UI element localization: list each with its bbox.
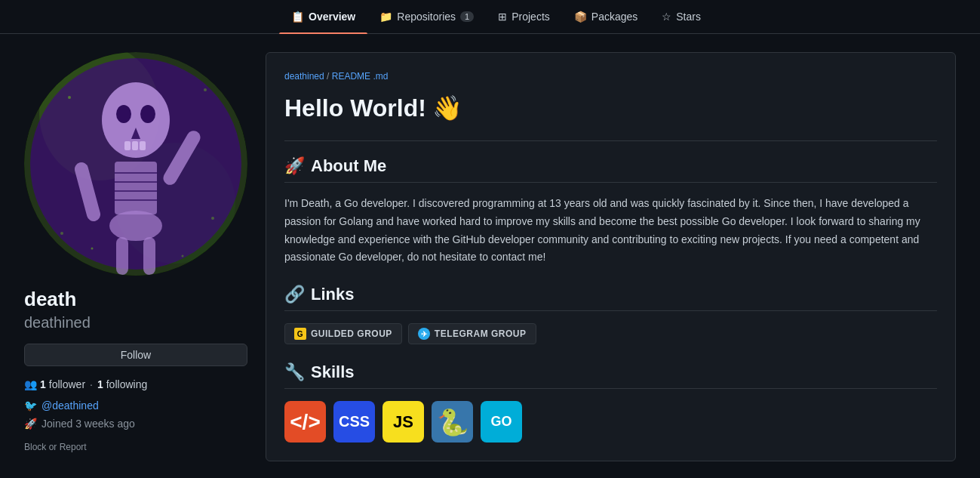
rocket-emoji: 🚀 <box>284 156 305 176</box>
links-section: 🔗 Links G GUILDED GROUP ✈ TELEGRAM GROUP <box>284 285 937 344</box>
wrench-emoji: 🔧 <box>284 362 305 382</box>
about-body: I'm Death, a Go developer. I discovered … <box>284 195 937 267</box>
links-section-title: 🔗 Links <box>284 285 937 311</box>
tab-repositories-label: Repositories <box>397 11 456 23</box>
tab-repositories[interactable]: 📁 Repositories 1 <box>367 0 486 33</box>
skills-label: Skills <box>311 362 354 382</box>
skills-icons: </> CSS JS 🐍 GO <box>284 401 937 443</box>
js-label: JS <box>393 412 413 432</box>
stars-icon: ☆ <box>662 11 671 23</box>
about-section-title: 🚀 About Me <box>284 156 937 183</box>
about-label: About Me <box>311 156 386 176</box>
packages-icon: 📦 <box>574 11 587 23</box>
avatar-image <box>24 52 247 276</box>
joined-row: 🚀 Joined 3 weeks ago <box>24 418 247 430</box>
link-badges: G GUILDED GROUP ✈ TELEGRAM GROUP <box>284 323 937 344</box>
readme-title: Hello World! 👋 <box>284 94 937 122</box>
links-label: Links <box>311 285 354 304</box>
wave-emoji: 👋 <box>432 94 462 122</box>
readme-panel: deathined / README .md Hello World! 👋 🚀 … <box>266 52 956 461</box>
twitter-row: 🐦 @deathined <box>24 399 247 412</box>
telegram-logo: ✈ <box>418 328 430 340</box>
tab-projects-label: Projects <box>512 11 550 23</box>
following-label: following <box>106 378 147 390</box>
link-emoji: 🔗 <box>284 285 305 304</box>
divider-1 <box>284 140 937 141</box>
twitter-icon: 🐦 <box>24 399 37 412</box>
skills-section-title: 🔧 Skills <box>284 362 937 389</box>
svg-point-27 <box>182 255 184 258</box>
joined-text: Joined 3 weeks ago <box>41 418 135 430</box>
followers-count: 1 <box>40 378 46 390</box>
repositories-badge: 1 <box>460 11 474 22</box>
skill-python: 🐍 <box>432 401 473 443</box>
people-icon: 👥 <box>24 378 37 390</box>
guilded-label: GUILDED GROUP <box>311 328 392 339</box>
profile-sidebar: death deathined Follow 👥 1 follower · 1 … <box>24 52 247 461</box>
skill-go: GO <box>481 401 522 443</box>
tab-stars-label: Stars <box>676 11 701 23</box>
following-count: 1 <box>97 378 103 390</box>
twitter-handle[interactable]: @deathined <box>41 399 99 412</box>
svg-point-25 <box>211 217 214 220</box>
skill-css: CSS <box>333 401 375 443</box>
follow-button[interactable]: Follow <box>24 344 247 366</box>
rocket-icon: 🚀 <box>24 418 37 430</box>
tab-projects[interactable]: ⊞ Projects <box>486 0 562 33</box>
readme-path-ext: .md <box>373 71 388 82</box>
tab-stars[interactable]: ☆ Stars <box>650 0 713 33</box>
overview-icon: 📋 <box>291 11 304 23</box>
avatar <box>24 52 247 276</box>
skill-html: </> <box>284 401 326 443</box>
html-label: </> <box>290 410 320 434</box>
tab-overview-label: Overview <box>309 11 355 23</box>
readme-path: deathined / README .md <box>284 71 937 82</box>
readme-title-text: Hello World! <box>284 94 426 122</box>
repositories-icon: 📁 <box>379 11 392 23</box>
readme-path-file: README <box>332 71 370 82</box>
main-content: death deathined Follow 👥 1 follower · 1 … <box>0 34 980 478</box>
svg-point-24 <box>60 232 63 235</box>
telegram-badge[interactable]: ✈ TELEGRAM GROUP <box>408 323 536 344</box>
svg-point-22 <box>68 96 71 99</box>
css-label: CSS <box>339 413 370 430</box>
telegram-label: TELEGRAM GROUP <box>435 328 527 339</box>
tab-packages-label: Packages <box>591 11 637 23</box>
projects-icon: ⊞ <box>498 11 507 23</box>
svg-point-26 <box>91 248 94 250</box>
go-label: GO <box>490 414 512 430</box>
python-label: 🐍 <box>437 407 468 437</box>
skills-section: 🔧 Skills </> CSS JS 🐍 GO <box>284 362 937 443</box>
svg-point-23 <box>204 88 207 91</box>
guilded-logo: G <box>294 328 306 340</box>
readme-path-user: deathined <box>284 71 324 82</box>
skill-js: JS <box>382 401 424 443</box>
profile-display-name: death <box>24 288 247 311</box>
followers-label: follower <box>49 378 85 390</box>
nav-tabs: 📋 Overview 📁 Repositories 1 ⊞ Projects 📦… <box>0 0 980 34</box>
svg-point-21 <box>24 52 247 276</box>
guilded-badge[interactable]: G GUILDED GROUP <box>284 323 402 344</box>
follower-info: 👥 1 follower · 1 following <box>24 378 247 390</box>
tab-packages[interactable]: 📦 Packages <box>562 0 650 33</box>
profile-username: deathined <box>24 314 247 332</box>
block-report-link[interactable]: Block or Report <box>24 442 247 452</box>
tab-overview[interactable]: 📋 Overview <box>279 0 367 33</box>
dot-separator: · <box>90 378 93 390</box>
